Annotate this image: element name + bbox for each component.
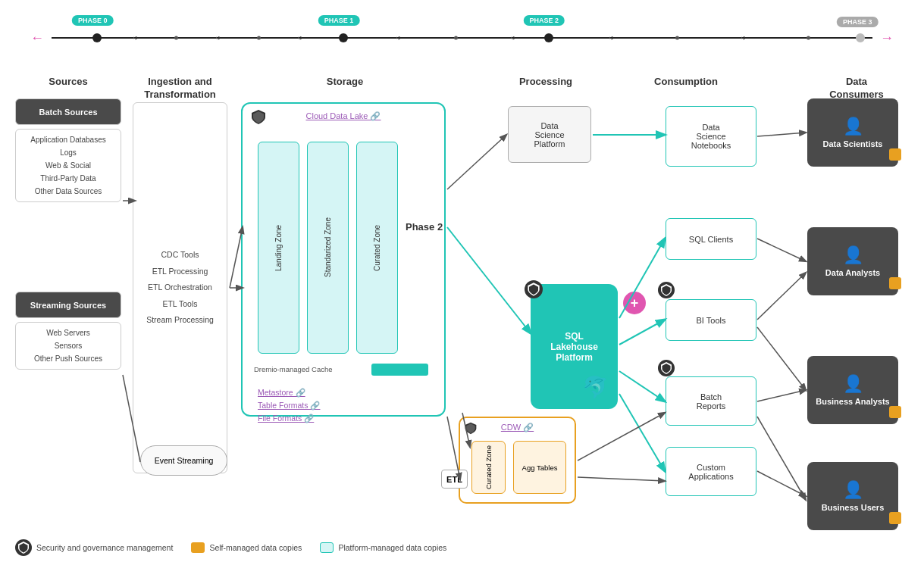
agg-tables: Agg Tables — [513, 441, 566, 494]
phase-2-dot: PHASE 2 — [544, 33, 553, 42]
cdc-tools: CDC Tools — [161, 250, 199, 261]
plus-button[interactable]: + — [623, 292, 646, 314]
phase-bar: ← PHASE 0 PHASE 1 PHASE 2 — [0, 15, 924, 61]
small-dot — [741, 36, 745, 40]
small-dot — [216, 36, 220, 40]
phase-1-label: PHASE 1 — [318, 15, 360, 26]
other-data-sources: Other Data Sources — [20, 185, 117, 198]
platform-managed-color — [320, 542, 334, 553]
small-dot — [675, 36, 679, 40]
batch-sources-header: Batch Sources — [15, 98, 121, 125]
batch-reports: BatchReports — [666, 376, 756, 426]
data-scientists-badge — [889, 148, 901, 161]
shield-legend-icon — [15, 539, 32, 556]
ingestion-header: Ingestion andTransformation — [133, 76, 227, 101]
svg-line-17 — [578, 477, 665, 481]
cloud-data-lake-link[interactable]: Cloud Data Lake 🔗 — [306, 111, 381, 120]
sql-lakehouse-label: SQLLakehousePlatform — [550, 331, 598, 363]
bi-tools-label: BI Tools — [697, 316, 726, 325]
other-push-sources: Other Push Sources — [20, 352, 117, 365]
event-streaming: Event Streaming — [140, 445, 227, 476]
storage-links: Metastore 🔗 Table Formats 🔗 File Formats… — [258, 388, 320, 426]
curated-zone: Curated Zone — [356, 142, 398, 354]
small-dot — [609, 36, 613, 40]
svg-line-19 — [757, 239, 806, 261]
cdw-link[interactable]: CDW 🔗 — [501, 423, 534, 432]
cloud-data-lake: Cloud Data Lake 🔗 Landing Zone Standariz… — [241, 102, 446, 417]
batch-reports-label: BatchReports — [697, 392, 726, 411]
streaming-sources-list: Web Servers Sensors Other Push Sources — [15, 322, 121, 370]
cloud-data-lake-label: Cloud Data Lake 🔗 — [306, 111, 381, 121]
legend-platform-managed-text: Platform-managed data copies — [338, 543, 446, 552]
phase-1-dot: PHASE 1 — [339, 33, 348, 42]
sql-clients: SQL Clients — [666, 218, 756, 260]
etl-tools: ETL Tools — [162, 299, 197, 310]
processing-header: Processing — [496, 76, 595, 87]
streaming-sources-header: Streaming Sources — [15, 292, 121, 318]
legend-self-managed-text: Self-managed data copies — [209, 543, 302, 552]
metastore-link[interactable]: Metastore 🔗 — [258, 388, 320, 398]
custom-apps: CustomApplications — [666, 447, 756, 496]
sql-lakehouse: 🐬 SQLLakehousePlatform — [531, 284, 618, 409]
cdw-label: CDW 🔗 — [501, 423, 534, 432]
legend-security: Security and governance management — [15, 539, 173, 556]
web-social: Web & Social — [20, 159, 117, 172]
data-analysts-badge — [889, 277, 901, 289]
lakehouse-shield — [525, 280, 543, 300]
phase-3-dot: PHASE 3 — [856, 33, 865, 42]
svg-line-24 — [757, 417, 806, 500]
app-databases: Application Databases — [20, 133, 117, 146]
svg-line-13 — [619, 320, 665, 345]
svg-line-21 — [757, 327, 806, 390]
data-scientists-label: Data Scientists — [823, 139, 883, 148]
cache-bar — [371, 364, 428, 376]
business-users-badge — [889, 512, 901, 524]
landing-zone: Landing Zone — [258, 142, 299, 354]
small-dot — [257, 36, 261, 40]
business-analysts-card: 👤 Business Analysts — [807, 356, 898, 424]
small-dot — [396, 36, 400, 40]
file-formats-link[interactable]: File Formats 🔗 — [258, 414, 320, 423]
small-dot — [133, 36, 137, 40]
data-scientists-icon: 👤 — [843, 117, 863, 136]
phase-0-dot: PHASE 0 — [92, 33, 102, 42]
svg-line-16 — [578, 413, 665, 461]
ds-platform-box: DataSciencePlatform — [508, 106, 591, 163]
data-analysts-label: Data Analysts — [825, 268, 880, 277]
small-dot — [174, 36, 178, 40]
business-users-card: 👤 Business Users — [807, 462, 898, 530]
phase-0-label: PHASE 0 — [72, 15, 114, 26]
business-users-icon: 👤 — [843, 480, 863, 500]
table-formats-link[interactable]: Table Formats 🔗 — [258, 401, 320, 411]
self-managed-color — [191, 542, 205, 553]
ds-platform-label: DataSciencePlatform — [534, 121, 565, 148]
data-analysts-card: 👤 Data Analysts — [807, 227, 898, 295]
business-analysts-icon: 👤 — [843, 374, 863, 394]
cache-label: Dremio-managed Cache — [254, 365, 333, 373]
consumers-header: DataConsumers — [800, 76, 913, 101]
ds-notebooks: DataScienceNotebooks — [666, 106, 756, 167]
phase-3-label: PHASE 3 — [837, 17, 879, 27]
sensors: Sensors — [20, 339, 117, 352]
bi-tools: BI Tools — [666, 299, 756, 341]
legend-platform-managed: Platform-managed data copies — [320, 542, 446, 553]
svg-line-22 — [757, 390, 806, 401]
standardized-zone: Standarized Zone — [307, 142, 349, 354]
data-analysts-icon: 👤 — [843, 245, 863, 265]
svg-line-18 — [757, 133, 806, 136]
svg-line-20 — [757, 273, 806, 320]
prev-arrow[interactable]: ← — [30, 30, 44, 46]
svg-line-8 — [447, 227, 531, 333]
cdw-box: CDW 🔗 Curated Zone Agg Tables — [459, 417, 576, 504]
svg-line-15 — [619, 394, 665, 471]
stream-processing: Stream Processing — [146, 315, 214, 326]
business-users-label: Business Users — [822, 503, 885, 512]
web-servers: Web Servers — [20, 326, 117, 339]
next-arrow[interactable]: → — [880, 30, 894, 46]
narwhal-icon: 🐬 — [582, 375, 609, 400]
batch-shield — [658, 360, 675, 378]
logs: Logs — [20, 146, 117, 159]
ingestion-box: CDC Tools ETL Processing ETL Orchestrati… — [133, 102, 227, 473]
diagram: Sources Ingestion andTransformation Stor… — [0, 76, 924, 517]
phase-2-label: PHASE 2 — [524, 15, 565, 26]
